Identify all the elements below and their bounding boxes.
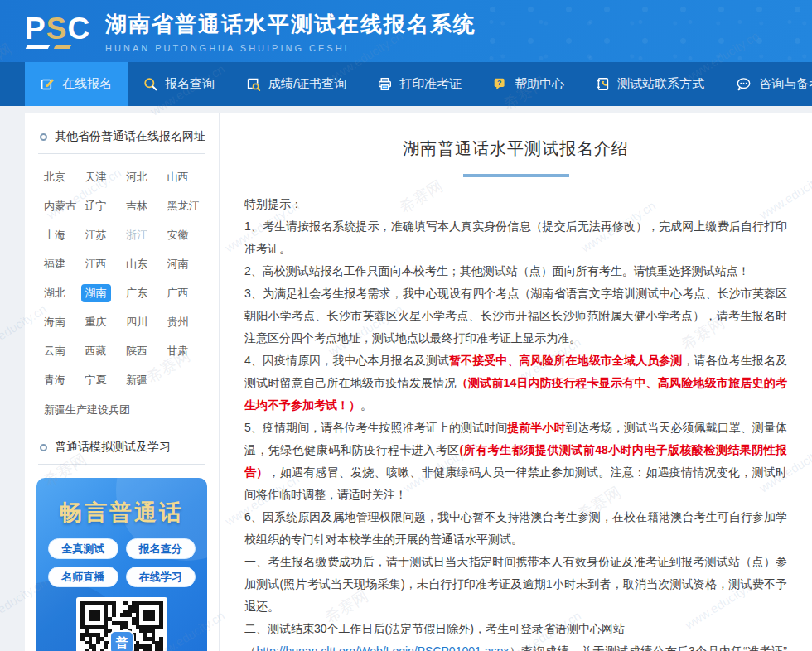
promo-feature-pills: 全真测试报名查分名师直播在线学习 xyxy=(48,538,196,587)
nav-item-score-certificate-query[interactable]: 成绩/证书查询 xyxy=(230,62,362,106)
nav-item-print-admission-ticket[interactable]: 打印准考证 xyxy=(362,62,477,106)
divider xyxy=(38,464,205,465)
page-body: 其他省份普通话在线报名网址 北京天津河北山西内蒙古辽宁吉林黑龙江上海江苏浙江安徽… xyxy=(25,113,812,651)
psc-logo-text: PSC xyxy=(25,14,90,44)
province-link[interactable]: 山东 xyxy=(122,255,152,273)
promo-pill[interactable]: 名师直播 xyxy=(48,567,118,587)
notice-paragraph: 3、为满足社会考生报考需求，我中心现设有四个考点（湖南省语言文字培训测试中心考点… xyxy=(244,282,787,350)
province-link[interactable]: 甘肃 xyxy=(163,342,193,360)
highlight-text: 暂不接受中、高风险所在地级市全域人员参测 xyxy=(449,354,682,367)
main-content: 湖南普通话水平测试报名介绍 特别提示：1、考生请按报名系统提示，准确填写本人真实… xyxy=(220,113,812,651)
app-window: PSC 湖南省普通话水平测试在线报名系统 HUNAN PUTONGHUA SHU… xyxy=(0,0,812,651)
paragraph-text: 特别提示： xyxy=(244,197,302,210)
notice-paragraph: 一、考生报名缴费成功后，请于测试日当天指定时间携带本人有效身份证及准考证到报考测… xyxy=(244,551,787,618)
help-icon: ? xyxy=(493,77,507,91)
paragraph-text: 二、测试结束30个工作日后(法定节假日除外)，考生可登录省语测中心网站 xyxy=(244,622,625,635)
province-link[interactable]: 新疆 xyxy=(122,371,152,389)
edit-icon xyxy=(41,77,55,91)
title-underline-bar xyxy=(463,174,569,177)
nav-item-online-registration[interactable]: 在线报名 xyxy=(25,62,128,106)
province-link[interactable]: 江西 xyxy=(81,255,111,273)
province-link-xinjiang-corps[interactable]: 新疆生产建设兵团 xyxy=(44,403,130,417)
paragraph-text: 一、考生报名缴费成功后，请于测试日当天指定时间携带本人有效身份证及准考证到报考测… xyxy=(244,555,787,613)
paragraph-text: ，如遇有感冒、发烧、咳嗽、非健康绿码人员一律禁止参加测试。注意：如遇疫情情况变化… xyxy=(244,465,787,501)
notice-paragraph: 2、高校测试站报名工作只面向本校考生；其他测试站（点）面向所有考生。请慎重选择测… xyxy=(244,260,787,282)
province-link[interactable]: 河北 xyxy=(122,168,152,186)
province-link[interactable]: 江苏 xyxy=(81,226,111,244)
province-link[interactable]: 浙江 xyxy=(122,226,152,244)
province-link[interactable]: 广西 xyxy=(163,284,193,302)
paragraph-text: 6、因系统原因及属地管理权限问题，我中心暂不支持港澳台考生参测，在校在籍港澳台考… xyxy=(244,510,787,546)
logo-underline xyxy=(27,45,90,49)
promo-pill[interactable]: 报名查分 xyxy=(126,538,196,559)
province-link[interactable]: 青海 xyxy=(40,371,70,389)
province-link[interactable]: 西藏 xyxy=(81,342,111,360)
promo-pill[interactable]: 全真测试 xyxy=(48,538,118,559)
province-link[interactable]: 安徽 xyxy=(163,226,193,244)
sidebar-section-other-provinces: 其他省份普通话在线报名网址 xyxy=(36,129,207,144)
promo-pill[interactable]: 在线学习 xyxy=(126,567,196,587)
circle-bullet-icon xyxy=(40,444,47,451)
province-link[interactable]: 陕西 xyxy=(122,342,152,360)
paragraph-text: 4、因疫情原因，我中心本月报名及测试 xyxy=(244,354,449,367)
nav-item-label: 测试站联系方式 xyxy=(617,76,704,92)
province-link[interactable]: 湖北 xyxy=(40,284,70,302)
province-link[interactable]: 上海 xyxy=(40,226,70,244)
nav-item-label: 帮助中心 xyxy=(515,76,564,92)
province-link[interactable]: 内蒙古 xyxy=(40,197,80,215)
province-link[interactable]: 云南 xyxy=(40,342,70,360)
province-link[interactable]: 海南 xyxy=(40,313,70,331)
province-link[interactable]: 河南 xyxy=(163,255,193,273)
site-subtitle: HUNAN PUTONGHUA SHUIPING CESHI xyxy=(105,43,476,53)
province-link[interactable]: 黑龙江 xyxy=(163,197,204,215)
main-nav: 在线报名报名查询成绩/证书查询打印准考证?帮助中心测试站联系方式咨询与备考 xyxy=(0,62,812,106)
notice-paragraph: 5、疫情期间，请各位考生按照准考证上的测试时间提前半小时到达考场，测试当天必须佩… xyxy=(244,417,787,506)
province-link[interactable]: 湖南 xyxy=(81,284,111,302)
inline-link[interactable]: http://hunan.cltt.org/Web/Login/PSCP0100… xyxy=(256,644,509,651)
svg-text:?: ? xyxy=(497,79,501,87)
nav-item-label: 成绩/证书查询 xyxy=(268,76,346,92)
notice-paragraph: 4、因疫情原因，我中心本月报名及测试暂不接受中、高风险所在地级市全域人员参测，请… xyxy=(244,350,787,417)
province-link[interactable]: 天津 xyxy=(81,168,111,186)
nav-item-test-station-contact[interactable]: 测试站联系方式 xyxy=(580,62,720,106)
province-link[interactable]: 北京 xyxy=(40,168,70,186)
sidebar-section-title: 其他省份普通话在线报名网址 xyxy=(55,129,205,144)
site-title: 湖南省普通话水平测试在线报名系统 xyxy=(105,10,476,39)
printer-icon xyxy=(378,77,392,91)
paragraph-text: （ xyxy=(244,644,256,651)
province-link[interactable]: 贵州 xyxy=(163,313,193,331)
nav-item-registration-query[interactable]: 报名查询 xyxy=(128,62,230,106)
certificate-search-icon xyxy=(246,77,261,91)
paragraph-text: 5、疫情期间，请各位考生按照准考证上的测试时间 xyxy=(244,421,507,434)
province-link[interactable]: 福建 xyxy=(40,255,70,273)
province-link[interactable]: 宁夏 xyxy=(81,371,111,389)
province-link[interactable]: 四川 xyxy=(122,313,152,331)
nav-item-label: 咨询与备考 xyxy=(759,76,812,92)
chat-icon xyxy=(736,77,752,91)
notice-paragraph: 1、考生请按报名系统提示，准确填写本人真实身份信息（提交后无法再修改），完成网上… xyxy=(244,215,787,260)
highlight-text: 提前半小时 xyxy=(507,421,565,434)
nav-item-label: 报名查询 xyxy=(165,76,215,92)
nav-item-label: 打印准考证 xyxy=(399,76,462,92)
paragraph-text: 。 xyxy=(360,398,372,412)
notice-paragraph: 特别提示： xyxy=(244,193,787,215)
contact-book-icon xyxy=(596,77,610,91)
province-link[interactable]: 辽宁 xyxy=(81,197,111,215)
nav-item-consult-and-prepare[interactable]: 咨询与备考 xyxy=(720,62,812,106)
nav-item-help-center[interactable]: ?帮助中心 xyxy=(477,62,580,106)
province-link-grid: 北京天津河北山西内蒙古辽宁吉林黑龙江上海江苏浙江安徽福建江西山东河南湖北湖南广东… xyxy=(36,166,207,391)
site-title-block: 湖南省普通话水平测试在线报名系统 HUNAN PUTONGHUA SHUIPIN… xyxy=(105,10,476,53)
sidebar: 其他省份普通话在线报名网址 北京天津河北山西内蒙古辽宁吉林黑龙江上海江苏浙江安徽… xyxy=(25,113,220,651)
province-link[interactable]: 山西 xyxy=(163,168,193,186)
page-title: 湖南普通话水平测试报名介绍 xyxy=(244,137,787,160)
psc-logo[interactable]: PSC xyxy=(25,14,90,49)
changyan-promo-card[interactable]: 畅言普通话 全真测试报名查分名师直播在线学习 普 扫一扫下载APP xyxy=(36,478,207,651)
nav-item-label: 在线报名 xyxy=(62,76,112,92)
qr-code: 普 xyxy=(76,597,167,651)
notice-paragraphs: 特别提示：1、考生请按报名系统提示，准确填写本人真实身份信息（提交后无法再修改）… xyxy=(244,193,787,651)
province-link[interactable]: 广东 xyxy=(122,284,152,302)
province-link[interactable]: 重庆 xyxy=(81,313,111,331)
paragraph-text: 2、高校测试站报名工作只面向本校考生；其他测试站（点）面向所有考生。请慎重选择测… xyxy=(244,264,750,277)
notice-paragraph: 6、因系统原因及属地管理权限问题，我中心暂不支持港澳台考生参测，在校在籍港澳台考… xyxy=(244,506,787,551)
province-link[interactable]: 吉林 xyxy=(122,197,152,215)
